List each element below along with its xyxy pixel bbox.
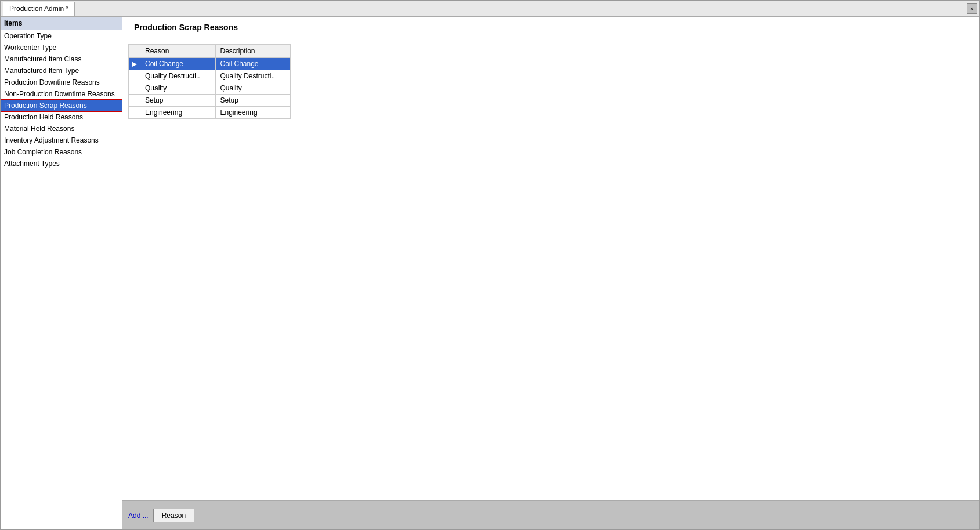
sidebar-items: Operation TypeWorkcenter TypeManufacture…	[1, 30, 122, 169]
table-body: ▶Coil ChangeCoil ChangeQuality Destructi…	[129, 58, 291, 119]
col-header-description: Description	[215, 45, 291, 58]
cell-description: Quality	[215, 82, 291, 95]
close-button[interactable]: ×	[967, 3, 977, 14]
row-indicator: ▶	[129, 58, 140, 70]
sidebar-item-material-held-reasons[interactable]: Material Held Reasons	[1, 123, 122, 135]
row-indicator	[129, 107, 140, 119]
main-area: Production Scrap Reasons Reason Descript…	[122, 17, 979, 529]
row-indicator	[129, 82, 140, 95]
data-table: Reason Description ▶Coil ChangeCoil Chan…	[128, 44, 291, 119]
row-indicator	[129, 70, 140, 82]
cell-description: Setup	[215, 95, 291, 107]
cell-description: Coil Change	[215, 58, 291, 70]
close-icon: ×	[970, 5, 974, 12]
cell-reason: Quality Destructi..	[140, 70, 216, 82]
sidebar-item-manufactured-item-type[interactable]: Manufactured Item Type	[1, 65, 122, 77]
cell-reason: Quality	[140, 82, 216, 95]
sidebar-item-production-scrap-reasons[interactable]: Production Scrap Reasons	[1, 100, 122, 111]
footer-bar: Add ... Reason	[122, 500, 979, 529]
sidebar-item-non-production-downtime-reasons[interactable]: Non-Production Downtime Reasons	[1, 88, 122, 100]
table-row[interactable]: Quality Destructi..Quality Destructi..	[129, 70, 291, 82]
reason-button[interactable]: Reason	[153, 509, 194, 522]
cell-reason: Engineering	[140, 107, 216, 119]
sidebar: Items Operation TypeWorkcenter TypeManuf…	[1, 17, 122, 529]
main-header: Production Scrap Reasons	[122, 17, 979, 38]
main-window: Production Admin * × Items Operation Typ…	[0, 0, 980, 530]
sidebar-item-production-held-reasons[interactable]: Production Held Reasons	[1, 111, 122, 123]
col-header-reason: Reason	[140, 45, 216, 58]
title-bar: Production Admin * ×	[1, 1, 979, 17]
sidebar-item-production-downtime-reasons[interactable]: Production Downtime Reasons	[1, 77, 122, 88]
sidebar-item-job-completion-reasons[interactable]: Job Completion Reasons	[1, 146, 122, 158]
row-indicator	[129, 95, 140, 107]
sidebar-item-manufactured-item-class[interactable]: Manufactured Item Class	[1, 53, 122, 65]
main-content: Reason Description ▶Coil ChangeCoil Chan…	[122, 38, 979, 500]
table-row[interactable]: EngineeringEngineering	[129, 107, 291, 119]
cell-reason: Setup	[140, 95, 216, 107]
table-row[interactable]: SetupSetup	[129, 95, 291, 107]
add-link[interactable]: Add ...	[128, 511, 149, 520]
cell-description: Quality Destructi..	[215, 70, 291, 82]
sidebar-item-operation-type[interactable]: Operation Type	[1, 30, 122, 42]
sidebar-header: Items	[1, 17, 122, 30]
table-row[interactable]: ▶Coil ChangeCoil Change	[129, 58, 291, 70]
cell-description: Engineering	[215, 107, 291, 119]
title-tab[interactable]: Production Admin *	[3, 2, 75, 16]
cell-reason: Coil Change	[140, 58, 216, 70]
table-row[interactable]: QualityQuality	[129, 82, 291, 95]
sidebar-item-attachment-types[interactable]: Attachment Types	[1, 158, 122, 169]
col-header-indicator	[129, 45, 140, 58]
sidebar-item-workcenter-type[interactable]: Workcenter Type	[1, 42, 122, 53]
window-title: Production Admin *	[9, 5, 68, 13]
sidebar-item-inventory-adjustment-reasons[interactable]: Inventory Adjustment Reasons	[1, 135, 122, 146]
content-area: Items Operation TypeWorkcenter TypeManuf…	[1, 17, 979, 529]
